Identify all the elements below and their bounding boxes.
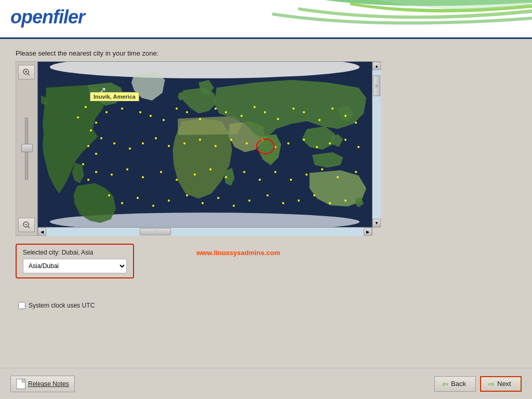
next-button[interactable]: ⇨ Next xyxy=(480,376,522,392)
city-dot[interactable] xyxy=(287,142,289,144)
city-dot[interactable] xyxy=(202,202,204,204)
city-dot[interactable] xyxy=(87,179,89,181)
city-dot[interactable] xyxy=(264,111,266,113)
scroll-track-horizontal[interactable]: ⋮ xyxy=(46,228,364,236)
city-dot[interactable] xyxy=(246,142,248,144)
city-dot[interactable] xyxy=(303,139,305,141)
city-dot[interactable] xyxy=(105,111,108,113)
city-dot[interactable] xyxy=(259,179,261,181)
city-dot[interactable] xyxy=(87,145,89,147)
city-dot[interactable] xyxy=(344,139,347,141)
city-dot[interactable] xyxy=(95,122,97,124)
city-dot[interactable] xyxy=(77,116,79,118)
map-tooltip: Inuvik, America xyxy=(90,92,139,101)
map-container: Inuvik, America ↗ ▲ ≡ ▼ xyxy=(16,61,516,236)
city-dot[interactable] xyxy=(183,142,185,144)
city-dot[interactable] xyxy=(100,137,102,139)
city-dot[interactable] xyxy=(321,168,323,170)
city-dot[interactable] xyxy=(137,197,139,199)
city-dot[interactable] xyxy=(243,171,245,173)
city-dot[interactable] xyxy=(344,115,347,117)
city-dot[interactable] xyxy=(121,108,123,110)
scroll-thumb-vertical[interactable]: ≡ xyxy=(373,75,380,96)
city-dot[interactable] xyxy=(163,119,165,121)
city-dot[interactable] xyxy=(82,163,84,165)
city-dot[interactable] xyxy=(316,146,318,148)
scroll-track-vertical[interactable]: ≡ xyxy=(373,70,381,219)
city-dot[interactable] xyxy=(282,202,284,204)
city-dot[interactable] xyxy=(186,194,188,196)
city-dot[interactable] xyxy=(329,202,331,204)
scroll-up-button[interactable]: ▲ xyxy=(373,62,381,70)
city-dot[interactable] xyxy=(126,168,128,170)
city-dot[interactable] xyxy=(267,194,269,196)
zoom-slider[interactable] xyxy=(25,83,28,214)
city-dot[interactable] xyxy=(215,145,217,147)
city-dot[interactable] xyxy=(248,200,250,202)
city-dot[interactable] xyxy=(142,176,144,178)
city-dot[interactable] xyxy=(111,174,113,176)
city-dot[interactable] xyxy=(160,171,162,173)
city-dot[interactable] xyxy=(233,205,235,207)
city-dot[interactable] xyxy=(313,194,315,196)
city-dot[interactable] xyxy=(194,174,196,176)
city-dot[interactable] xyxy=(168,200,170,202)
city-dot[interactable] xyxy=(85,106,87,108)
zoom-out-button[interactable] xyxy=(18,218,35,232)
city-dot[interactable] xyxy=(318,119,321,121)
city-dot[interactable] xyxy=(344,200,347,202)
city-dot[interactable] xyxy=(274,171,276,173)
city-dot[interactable] xyxy=(254,106,256,108)
city-dot[interactable] xyxy=(95,153,97,155)
city-dot[interactable] xyxy=(155,137,157,139)
city-dot[interactable] xyxy=(121,202,123,204)
city-dot[interactable] xyxy=(225,176,227,178)
city-dot[interactable] xyxy=(150,115,152,117)
world-map[interactable]: Inuvik, America ↗ xyxy=(37,61,373,228)
timezone-select[interactable]: Asia/Dubai Asia/Muscat Asia/Bahrain Asia… xyxy=(23,259,127,273)
scroll-down-button[interactable]: ▼ xyxy=(373,219,381,227)
city-dot[interactable] xyxy=(108,194,110,196)
city-dot[interactable] xyxy=(199,139,201,141)
zoom-in-button[interactable] xyxy=(18,65,35,79)
city-dot[interactable] xyxy=(215,108,217,110)
city-dot[interactable] xyxy=(303,111,305,113)
city-dot[interactable] xyxy=(95,171,97,173)
city-dot[interactable] xyxy=(176,108,178,110)
release-notes-button[interactable]: Release Notes xyxy=(10,376,75,392)
city-dot[interactable] xyxy=(113,142,115,144)
city-dot[interactable] xyxy=(199,118,201,120)
scroll-thumb-horizontal[interactable]: ⋮ xyxy=(140,228,171,235)
scroll-left-button[interactable]: ◀ xyxy=(38,228,46,236)
city-dot[interactable] xyxy=(290,179,292,181)
city-dot[interactable] xyxy=(277,118,279,120)
back-button[interactable]: ⇦ Back xyxy=(434,376,476,392)
city-dot[interactable] xyxy=(357,146,360,148)
city-dot[interactable] xyxy=(337,176,339,178)
city-dot[interactable] xyxy=(186,111,188,113)
city-dot[interactable] xyxy=(129,148,131,150)
city-dot[interactable] xyxy=(298,200,300,202)
city-dot[interactable] xyxy=(90,129,92,131)
city-dot[interactable] xyxy=(331,108,334,110)
map-horizontal-scrollbar[interactable]: ◀ ⋮ ▶ xyxy=(37,228,373,236)
map-vertical-scrollbar[interactable]: ▲ ≡ ▼ xyxy=(373,61,381,228)
city-dot[interactable] xyxy=(230,139,232,141)
utc-checkbox[interactable] xyxy=(18,302,25,309)
city-dot[interactable] xyxy=(217,197,219,199)
city-dot[interactable] xyxy=(355,122,357,124)
back-label: Back xyxy=(451,380,466,388)
city-dot[interactable] xyxy=(139,111,141,113)
city-dot[interactable] xyxy=(176,179,178,181)
city-dot[interactable] xyxy=(225,111,227,113)
city-dot[interactable] xyxy=(355,171,357,173)
scroll-right-button[interactable]: ▶ xyxy=(364,228,372,236)
city-dot[interactable] xyxy=(305,174,308,176)
city-dot[interactable] xyxy=(152,205,154,207)
city-dot[interactable] xyxy=(142,142,144,144)
city-dot[interactable] xyxy=(241,115,243,117)
city-dot[interactable] xyxy=(292,108,295,110)
city-dot[interactable] xyxy=(168,145,170,147)
city-dot[interactable] xyxy=(329,142,331,144)
city-dot[interactable] xyxy=(209,168,211,170)
